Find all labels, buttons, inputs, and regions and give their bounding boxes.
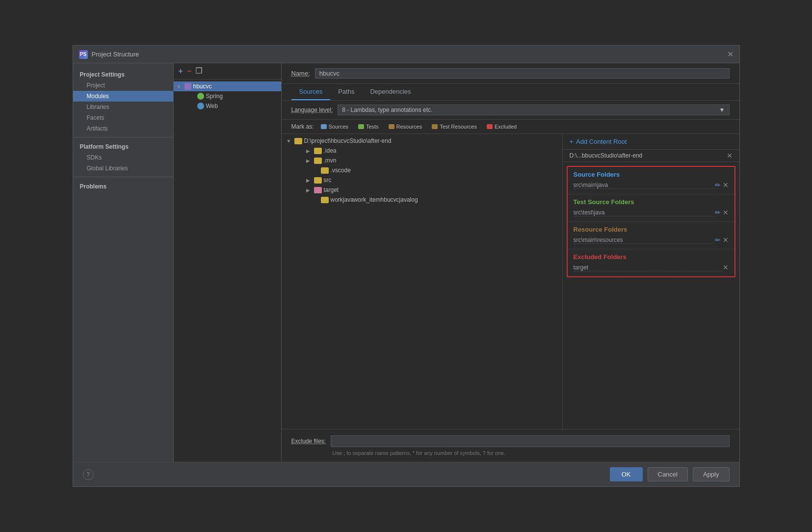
main-panel: Name: Sources Paths Dependencies [282, 63, 739, 462]
mark-as-bar: Mark as: Sources Tests Resources [282, 120, 739, 134]
tree-toolbar: + − ❐ [174, 63, 281, 80]
tree-item-hbucvc[interactable]: ▼ hbucvc [174, 81, 281, 91]
chevron-right-icon: ▶ [306, 178, 312, 183]
chevron-right-icon: ▶ [306, 187, 312, 193]
name-input[interactable] [315, 68, 730, 79]
tab-sources[interactable]: Sources [291, 84, 331, 100]
add-module-button[interactable]: + [179, 67, 183, 75]
chevron-down-icon: ▼ [719, 106, 725, 113]
cancel-button[interactable]: Cancel [648, 467, 688, 481]
close-button[interactable]: ✕ [727, 51, 733, 58]
ft-vscode-item[interactable]: .vscode [291, 165, 562, 175]
language-level-select[interactable]: 8 - Lambdas, type annotations etc. ▼ [338, 105, 729, 115]
tests-mark-label: Tests [366, 124, 379, 130]
title-bar: PS Project Structure ✕ [73, 46, 739, 63]
ft-root-item[interactable]: ▼ D:\project\hbucvcStudio\after-end [282, 136, 562, 146]
tab-paths[interactable]: Paths [330, 84, 362, 100]
module-tree-panel: + − ❐ ▼ hbucvc Spring [174, 63, 282, 462]
ft-mvn-item[interactable]: ▶ .mvn [291, 156, 562, 165]
window-body: Project Settings Project Modules Librari… [73, 63, 739, 462]
remove-module-button[interactable]: − [187, 67, 191, 75]
categories-box: Source Folders src\main\java ✏ ✕ [567, 166, 735, 277]
copy-module-button[interactable]: ❐ [195, 67, 202, 75]
ok-button[interactable]: OK [610, 467, 643, 481]
footer-right: OK Cancel Apply [610, 467, 730, 481]
exclude-files-input[interactable] [331, 435, 729, 447]
sources-tab-content: Language level: 8 - Lambdas, type annota… [282, 101, 739, 462]
sidebar-item-facets[interactable]: Facets [73, 112, 173, 123]
remove-resource-folder-button[interactable]: ✕ [723, 236, 729, 244]
help-button[interactable]: ? [83, 469, 94, 480]
ft-src-item[interactable]: ▶ src [291, 175, 562, 185]
edit-source-folder-button[interactable]: ✏ [715, 181, 721, 189]
add-content-root-button[interactable]: + Add Content Root [563, 134, 739, 150]
sidebar-item-project[interactable]: Project [73, 80, 173, 91]
mark-excluded-button[interactable]: Excluded [484, 123, 520, 131]
tests-dot [358, 124, 364, 129]
tree-item-spring[interactable]: Spring [174, 91, 281, 101]
resources-mark-label: Resources [396, 124, 422, 130]
remove-test-source-folder-button[interactable]: ✕ [723, 209, 729, 216]
excluded-folder-path-0: target [574, 264, 723, 271]
folder-pane: + Add Content Root D:\...bbucvcStudio\af… [563, 134, 739, 429]
module-name-bar: Name: [282, 63, 739, 84]
mvn-label: .mvn [324, 157, 337, 164]
excluded-folders-title: Excluded Folders [574, 253, 729, 261]
exclude-files-row: Exclude files: [291, 435, 730, 447]
chevron-down-icon: ▼ [177, 84, 183, 89]
sidebar-item-sdks[interactable]: SDKs [73, 152, 173, 163]
spring-label: Spring [206, 93, 223, 100]
ft-workjava-item[interactable]: workjavawork_itemhbucvcjavalog [291, 195, 562, 205]
source-folders-row-0: src\main\java ✏ ✕ [574, 180, 729, 190]
language-level-label: Language level: [291, 106, 333, 113]
remove-excluded-folder-button[interactable]: ✕ [723, 264, 729, 271]
sidebar-item-global-libraries[interactable]: Global Libraries [73, 163, 173, 174]
folder-icon [294, 138, 302, 144]
source-folders-title: Source Folders [574, 171, 729, 178]
chevron-right-icon: ▶ [306, 158, 312, 163]
sidebar-item-artifacts[interactable]: Artifacts [73, 123, 173, 134]
sidebar-item-libraries[interactable]: Libraries [73, 102, 173, 112]
sources-mark-label: Sources [329, 124, 348, 130]
module-name-label: hbucvc [193, 83, 212, 90]
edit-test-source-folder-button[interactable]: ✏ [715, 209, 721, 216]
problems-heading: Problems [73, 180, 173, 192]
test-resources-mark-label: Test Resources [440, 124, 477, 130]
mark-sources-button[interactable]: Sources [318, 123, 351, 131]
sidebar: Project Settings Project Modules Librari… [73, 63, 174, 462]
folder-pink-icon [314, 187, 322, 193]
mark-resources-button[interactable]: Resources [386, 123, 425, 131]
sidebar-item-modules[interactable]: Modules [73, 91, 173, 102]
content-root-path: D:\...bbucvcStudio\after-end ✕ [563, 150, 739, 162]
test-source-folder-actions-0: ✏ ✕ [715, 209, 729, 216]
resource-folders-section: Resource Folders src\main\resources ✏ ✕ [568, 222, 734, 249]
resource-folder-actions-0: ✏ ✕ [715, 236, 729, 244]
project-settings-heading: Project Settings [73, 68, 173, 80]
chevron-down-icon: ▼ [287, 138, 292, 144]
window-title: Project Structure [92, 51, 139, 58]
edit-resource-folder-button[interactable]: ✏ [715, 236, 721, 244]
sources-body: ▼ D:\project\hbucvcStudio\after-end ▶ .i… [282, 134, 739, 429]
ft-idea-item[interactable]: ▶ .idea [291, 146, 562, 156]
mark-tests-button[interactable]: Tests [355, 123, 382, 131]
tab-dependencies[interactable]: Dependencies [362, 84, 419, 100]
remove-content-root-button[interactable]: ✕ [727, 152, 733, 160]
ft-target-item[interactable]: ▶ target [291, 185, 562, 195]
apply-button[interactable]: Apply [693, 467, 730, 481]
source-folder-actions-0: ✏ ✕ [715, 181, 729, 189]
test-source-folder-path-0: src\test\java [574, 209, 715, 216]
content-root-path-value: D:\...bbucvcStudio\after-end [570, 152, 643, 159]
mark-as-label: Mark as: [291, 123, 314, 130]
remove-source-folder-button[interactable]: ✕ [723, 181, 729, 189]
language-level-value: 8 - Lambdas, type annotations etc. [342, 106, 432, 113]
footer: ? OK Cancel Apply [73, 462, 739, 486]
excluded-folder-actions-0: ✕ [723, 264, 729, 271]
module-icon [184, 83, 191, 90]
source-folder-path-0: src\main\java [574, 182, 715, 189]
tree-item-web[interactable]: Web [174, 101, 281, 111]
mark-test-resources-button[interactable]: Test Resources [429, 123, 480, 131]
workjava-label: workjavawork_itemhbucvcjavalog [331, 196, 418, 203]
folder-icon [314, 148, 322, 154]
test-source-folders-row-0: src\test\java ✏ ✕ [574, 208, 729, 217]
target-label: target [324, 186, 339, 193]
